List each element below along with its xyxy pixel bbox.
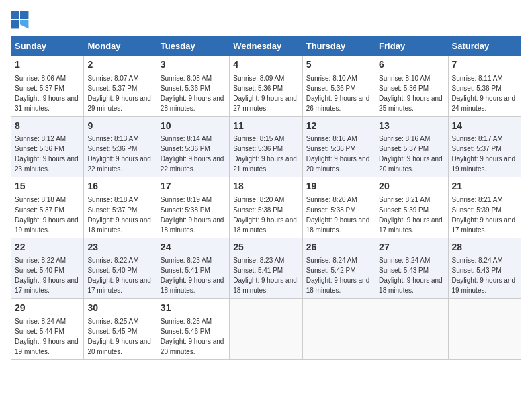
day-number: 14: [452, 120, 517, 133]
day-number: 27: [379, 241, 444, 255]
calendar-cell: 15Sunrise: 8:18 AMSunset: 5:37 PMDayligh…: [11, 177, 84, 238]
page-header: [11, 11, 521, 30]
day-number: 1: [15, 58, 80, 72]
day-detail: Sunrise: 8:24 AMSunset: 5:42 PMDaylight:…: [306, 255, 371, 295]
calendar-cell: 7Sunrise: 8:11 AMSunset: 5:36 PMDaylight…: [448, 56, 521, 117]
day-number: 13: [379, 120, 444, 133]
calendar-cell: 29Sunrise: 8:24 AMSunset: 5:44 PMDayligh…: [11, 299, 84, 360]
calendar-cell: 13Sunrise: 8:16 AMSunset: 5:37 PMDayligh…: [375, 116, 448, 177]
day-number: 9: [87, 120, 152, 133]
day-detail: Sunrise: 8:14 AMSunset: 5:36 PMDaylight:…: [161, 134, 226, 174]
calendar-cell: 18Sunrise: 8:20 AMSunset: 5:38 PMDayligh…: [230, 177, 302, 238]
svg-rect-1: [20, 11, 28, 19]
calendar-cell: 28Sunrise: 8:24 AMSunset: 5:43 PMDayligh…: [448, 238, 521, 299]
calendar-cell: [230, 299, 302, 360]
calendar-cell: 3Sunrise: 8:08 AMSunset: 5:36 PMDaylight…: [157, 56, 229, 117]
week-row-3: 15Sunrise: 8:18 AMSunset: 5:37 PMDayligh…: [11, 177, 521, 238]
logo-icon: [11, 11, 30, 30]
day-detail: Sunrise: 8:13 AMSunset: 5:36 PMDaylight:…: [87, 134, 152, 174]
weekday-header-thursday: Thursday: [302, 37, 375, 56]
weekday-header-row: SundayMondayTuesdayWednesdayThursdayFrid…: [11, 37, 521, 56]
week-row-2: 8Sunrise: 8:12 AMSunset: 5:36 PMDaylight…: [11, 116, 521, 177]
svg-rect-0: [11, 11, 19, 19]
day-detail: Sunrise: 8:19 AMSunset: 5:38 PMDaylight:…: [161, 195, 226, 235]
day-detail: Sunrise: 8:24 AMSunset: 5:43 PMDaylight:…: [452, 255, 517, 295]
week-row-4: 22Sunrise: 8:22 AMSunset: 5:40 PMDayligh…: [11, 238, 521, 299]
calendar-cell: [302, 299, 375, 360]
day-number: 10: [161, 120, 226, 133]
day-number: 26: [306, 241, 371, 255]
day-detail: Sunrise: 8:23 AMSunset: 5:41 PMDaylight:…: [161, 255, 226, 295]
day-detail: Sunrise: 8:20 AMSunset: 5:38 PMDaylight:…: [306, 195, 371, 235]
day-number: 22: [15, 241, 80, 255]
calendar-cell: 8Sunrise: 8:12 AMSunset: 5:36 PMDaylight…: [11, 116, 84, 177]
calendar-cell: 30Sunrise: 8:25 AMSunset: 5:45 PMDayligh…: [84, 299, 157, 360]
calendar-cell: 25Sunrise: 8:23 AMSunset: 5:41 PMDayligh…: [230, 238, 302, 299]
day-detail: Sunrise: 8:20 AMSunset: 5:38 PMDaylight:…: [233, 195, 298, 235]
day-number: 5: [306, 58, 371, 72]
calendar-cell: 22Sunrise: 8:22 AMSunset: 5:40 PMDayligh…: [11, 238, 84, 299]
day-number: 6: [379, 58, 444, 72]
day-detail: Sunrise: 8:22 AMSunset: 5:40 PMDaylight:…: [15, 255, 80, 295]
day-detail: Sunrise: 8:21 AMSunset: 5:39 PMDaylight:…: [452, 195, 517, 235]
day-number: 12: [306, 120, 371, 133]
calendar-cell: 31Sunrise: 8:25 AMSunset: 5:46 PMDayligh…: [157, 299, 229, 360]
calendar-cell: 17Sunrise: 8:19 AMSunset: 5:38 PMDayligh…: [157, 177, 229, 238]
calendar-cell: 12Sunrise: 8:16 AMSunset: 5:36 PMDayligh…: [302, 116, 375, 177]
day-number: 16: [87, 180, 152, 193]
day-number: 30: [87, 302, 152, 315]
day-detail: Sunrise: 8:21 AMSunset: 5:39 PMDaylight:…: [379, 195, 444, 235]
calendar-cell: 16Sunrise: 8:18 AMSunset: 5:37 PMDayligh…: [84, 177, 157, 238]
calendar-table: SundayMondayTuesdayWednesdayThursdayFrid…: [11, 36, 521, 360]
day-number: 11: [233, 120, 298, 133]
day-detail: Sunrise: 8:23 AMSunset: 5:41 PMDaylight:…: [233, 255, 298, 295]
day-number: 7: [452, 58, 517, 72]
day-number: 8: [15, 120, 80, 133]
day-detail: Sunrise: 8:07 AMSunset: 5:37 PMDaylight:…: [87, 73, 152, 113]
day-number: 18: [233, 180, 298, 193]
day-detail: Sunrise: 8:18 AMSunset: 5:37 PMDaylight:…: [87, 195, 152, 235]
day-number: 28: [452, 241, 517, 255]
day-detail: Sunrise: 8:09 AMSunset: 5:36 PMDaylight:…: [233, 73, 298, 113]
day-detail: Sunrise: 8:22 AMSunset: 5:40 PMDaylight:…: [87, 255, 152, 295]
svg-marker-3: [20, 20, 28, 28]
day-detail: Sunrise: 8:16 AMSunset: 5:36 PMDaylight:…: [306, 134, 371, 174]
day-detail: Sunrise: 8:10 AMSunset: 5:36 PMDaylight:…: [306, 73, 371, 113]
day-detail: Sunrise: 8:17 AMSunset: 5:37 PMDaylight:…: [452, 134, 517, 174]
day-detail: Sunrise: 8:08 AMSunset: 5:36 PMDaylight:…: [161, 73, 226, 113]
day-detail: Sunrise: 8:24 AMSunset: 5:44 PMDaylight:…: [15, 316, 80, 357]
calendar-cell: [448, 299, 521, 360]
day-number: 19: [306, 180, 371, 193]
calendar-cell: 20Sunrise: 8:21 AMSunset: 5:39 PMDayligh…: [375, 177, 448, 238]
calendar-cell: 21Sunrise: 8:21 AMSunset: 5:39 PMDayligh…: [448, 177, 521, 238]
calendar-cell: 11Sunrise: 8:15 AMSunset: 5:36 PMDayligh…: [230, 116, 302, 177]
calendar-cell: 27Sunrise: 8:24 AMSunset: 5:43 PMDayligh…: [375, 238, 448, 299]
calendar-cell: 9Sunrise: 8:13 AMSunset: 5:36 PMDaylight…: [84, 116, 157, 177]
calendar-cell: 1Sunrise: 8:06 AMSunset: 5:37 PMDaylight…: [11, 56, 84, 117]
weekday-header-sunday: Sunday: [11, 37, 84, 56]
day-detail: Sunrise: 8:10 AMSunset: 5:36 PMDaylight:…: [379, 73, 444, 113]
day-number: 17: [161, 180, 226, 193]
calendar-cell: 2Sunrise: 8:07 AMSunset: 5:37 PMDaylight…: [84, 56, 157, 117]
calendar-cell: 6Sunrise: 8:10 AMSunset: 5:36 PMDaylight…: [375, 56, 448, 117]
day-number: 2: [87, 58, 152, 72]
day-number: 15: [15, 180, 80, 193]
day-detail: Sunrise: 8:11 AMSunset: 5:36 PMDaylight:…: [452, 73, 517, 113]
day-number: 4: [233, 58, 298, 72]
weekday-header-friday: Friday: [375, 37, 448, 56]
day-detail: Sunrise: 8:25 AMSunset: 5:46 PMDaylight:…: [161, 316, 226, 357]
day-number: 3: [161, 58, 226, 72]
calendar-cell: [375, 299, 448, 360]
day-number: 21: [452, 180, 517, 193]
calendar-cell: 10Sunrise: 8:14 AMSunset: 5:36 PMDayligh…: [157, 116, 229, 177]
day-detail: Sunrise: 8:24 AMSunset: 5:43 PMDaylight:…: [379, 255, 444, 295]
weekday-header-tuesday: Tuesday: [157, 37, 229, 56]
day-detail: Sunrise: 8:18 AMSunset: 5:37 PMDaylight:…: [15, 195, 80, 235]
calendar-cell: 23Sunrise: 8:22 AMSunset: 5:40 PMDayligh…: [84, 238, 157, 299]
weekday-header-saturday: Saturday: [448, 37, 521, 56]
weekday-header-wednesday: Wednesday: [230, 37, 302, 56]
week-row-5: 29Sunrise: 8:24 AMSunset: 5:44 PMDayligh…: [11, 299, 521, 360]
calendar-cell: 26Sunrise: 8:24 AMSunset: 5:42 PMDayligh…: [302, 238, 375, 299]
day-number: 23: [87, 241, 152, 255]
weekday-header-monday: Monday: [84, 37, 157, 56]
